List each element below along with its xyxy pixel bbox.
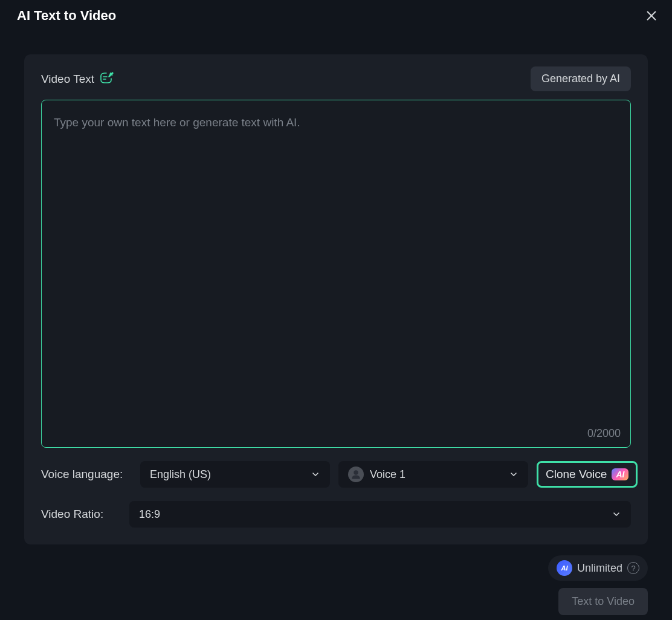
edit-icon	[99, 71, 115, 87]
video-text-label: Video Text	[41, 73, 94, 86]
video-text-input[interactable]	[42, 100, 630, 447]
voice-language-label: Voice language:	[41, 468, 132, 481]
help-icon[interactable]: ?	[627, 562, 639, 574]
unlimited-label: Unlimited	[577, 562, 622, 575]
voice-avatar-icon	[348, 467, 364, 482]
voice-language-value: English (US)	[150, 468, 211, 481]
chevron-down-icon	[612, 509, 621, 519]
generate-by-ai-button[interactable]: Generated by AI	[531, 66, 631, 91]
clone-voice-label: Clone Voice	[546, 468, 607, 481]
ai-badge-icon: AI	[612, 468, 628, 480]
close-icon	[645, 9, 658, 22]
chevron-down-icon	[509, 470, 519, 479]
unlimited-badge[interactable]: AI Unlimited ?	[548, 555, 648, 581]
video-text-wrapper: 0/2000	[41, 100, 631, 448]
page-title: AI Text to Video	[17, 8, 116, 24]
chevron-down-icon	[311, 470, 320, 479]
char-counter: 0/2000	[587, 427, 621, 440]
clone-voice-button[interactable]: Clone Voice AI	[537, 461, 638, 488]
svg-point-4	[354, 470, 358, 475]
voice-value: Voice 1	[370, 468, 405, 481]
main-panel: Video Text Generated by AI 0/2000 Voice …	[24, 54, 648, 544]
video-ratio-value: 16:9	[139, 508, 160, 521]
close-button[interactable]	[643, 7, 660, 24]
video-ratio-label: Video Ratio:	[41, 508, 121, 521]
ai-circle-icon: AI	[557, 560, 572, 576]
text-to-video-button[interactable]: Text to Video	[558, 588, 648, 615]
voice-language-select[interactable]: English (US)	[140, 461, 330, 488]
video-ratio-select[interactable]: 16:9	[129, 501, 631, 528]
voice-select[interactable]: Voice 1	[338, 461, 528, 488]
